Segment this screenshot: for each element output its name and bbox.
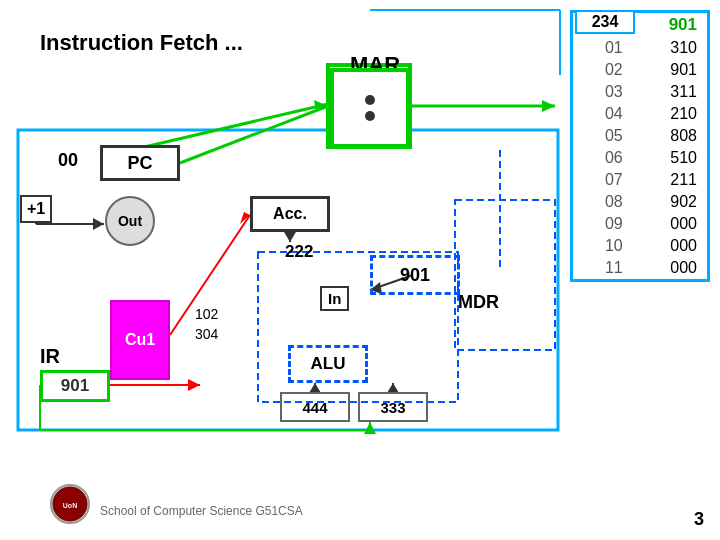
mem-val-cell: 901 bbox=[633, 59, 707, 81]
mem-addr-cell: 10 bbox=[573, 235, 633, 257]
cu1-box: Cu1 bbox=[110, 300, 170, 380]
mem-val-cell: 902 bbox=[633, 191, 707, 213]
mem-addr-cell: 03 bbox=[573, 81, 633, 103]
svg-marker-19 bbox=[188, 379, 200, 391]
memory-table: 00 901 013100290103311042100580806510072… bbox=[573, 13, 707, 279]
page-number: 3 bbox=[694, 509, 704, 530]
val-102: 102 bbox=[195, 305, 218, 325]
svg-marker-23 bbox=[364, 422, 376, 434]
mem-addr-cell: 06 bbox=[573, 147, 633, 169]
mem-val-cell: 310 bbox=[633, 37, 707, 59]
svg-text:UoN: UoN bbox=[63, 502, 77, 509]
mem-val-cell: 000 bbox=[633, 235, 707, 257]
ir-value: 901 bbox=[40, 370, 110, 402]
mem-addr-cell: 11 bbox=[573, 257, 633, 279]
mem-addr-cell: 02 bbox=[573, 59, 633, 81]
alu-box: ALU bbox=[288, 345, 368, 383]
acc-value: 222 bbox=[285, 242, 313, 262]
mem-val-cell: 000 bbox=[633, 213, 707, 235]
mem-val-cell: 311 bbox=[633, 81, 707, 103]
pc-register: PC bbox=[100, 145, 180, 181]
svg-marker-35 bbox=[93, 218, 104, 230]
alu-input-444: 444 bbox=[280, 392, 350, 422]
mem-val-cell: 211 bbox=[633, 169, 707, 191]
svg-rect-11 bbox=[455, 200, 555, 350]
mar-register bbox=[330, 68, 410, 148]
mem-addr-cell: 07 bbox=[573, 169, 633, 191]
cu1-values: 102 304 bbox=[195, 305, 218, 344]
mem-val-cell: 510 bbox=[633, 147, 707, 169]
mdr-value-box: 901 bbox=[370, 255, 460, 295]
pc-current-value: 00 bbox=[58, 150, 78, 171]
svg-line-36 bbox=[140, 104, 328, 148]
svg-marker-9 bbox=[542, 100, 555, 112]
mem-val-cell: 000 bbox=[633, 257, 707, 279]
svg-marker-7 bbox=[314, 100, 328, 112]
val-304: 304 bbox=[195, 325, 218, 345]
mar-dot-1 bbox=[365, 95, 375, 105]
mem-addr-cell: 08 bbox=[573, 191, 633, 213]
mem-val-cell: 210 bbox=[633, 103, 707, 125]
svg-marker-15 bbox=[284, 232, 296, 242]
increment-box: +1 bbox=[20, 195, 52, 223]
out-circle: Out bbox=[105, 196, 155, 246]
mem-val-cell: 808 bbox=[633, 125, 707, 147]
alu-input-333: 333 bbox=[358, 392, 428, 422]
school-logo: UoN bbox=[50, 484, 90, 524]
ir-label: IR bbox=[40, 345, 60, 368]
mem-header-val: 901 bbox=[633, 13, 707, 37]
mar-dot-2 bbox=[365, 111, 375, 121]
svg-line-6 bbox=[180, 106, 328, 163]
mem-addr-cell: 04 bbox=[573, 103, 633, 125]
mem-addr-cell: 01 bbox=[573, 37, 633, 59]
mem-addr-cell: 09 bbox=[573, 213, 633, 235]
page-title: Instruction Fetch ... bbox=[40, 30, 243, 56]
mem-addr-cell: 05 bbox=[573, 125, 633, 147]
acc-register: Acc. bbox=[250, 196, 330, 232]
svg-marker-17 bbox=[240, 212, 250, 224]
school-text: School of Computer Science G51CSA bbox=[100, 504, 303, 518]
mdr-label: MDR bbox=[458, 292, 499, 313]
address-234: 234 bbox=[575, 10, 635, 34]
memory-table-container: 00 901 013100290103311042100580806510072… bbox=[570, 10, 710, 282]
in-label: In bbox=[320, 286, 349, 311]
